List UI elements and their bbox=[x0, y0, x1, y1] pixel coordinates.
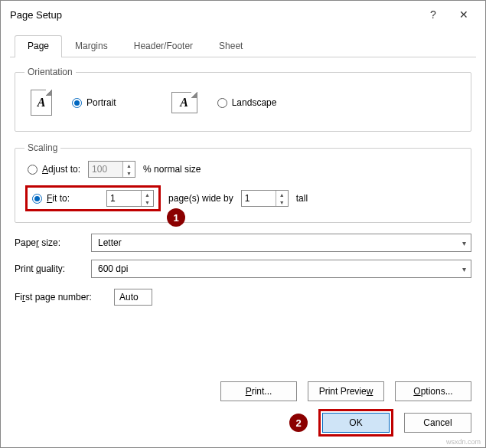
landscape-label: Landscape bbox=[232, 97, 277, 108]
portrait-label: Portrait bbox=[86, 97, 116, 108]
fit-mid-label: page(s) wide by bbox=[168, 193, 233, 204]
tab-headerfooter[interactable]: Header/Footer bbox=[121, 35, 206, 57]
orientation-group: Orientation A Portrait A Landscape bbox=[15, 67, 471, 132]
print-quality-select[interactable]: 600 dpi ▾ bbox=[91, 260, 471, 278]
fit-tall-suffix: tall bbox=[296, 193, 308, 204]
print-quality-row: Print quality: 600 dpi ▾ bbox=[15, 260, 471, 278]
print-button[interactable]: Print... bbox=[220, 381, 297, 401]
spinner-buttons[interactable]: ▲▼ bbox=[276, 191, 288, 206]
paper-size-label: Paper size: bbox=[15, 237, 83, 248]
callout-2: 2 bbox=[289, 414, 308, 432]
paper-size-row: Paper size: Letter ▾ bbox=[15, 234, 471, 252]
ok-button[interactable]: OK bbox=[322, 413, 390, 433]
orientation-legend: Orientation bbox=[24, 67, 76, 77]
radio-indicator-checked-icon bbox=[72, 98, 82, 108]
landscape-page-icon: A bbox=[171, 92, 197, 113]
tab-sheet[interactable]: Sheet bbox=[206, 35, 256, 57]
fit-wide-value[interactable] bbox=[107, 191, 141, 206]
fit-to-radio[interactable]: Fit to: bbox=[32, 193, 70, 204]
adjust-to-spinner[interactable]: ▲▼ bbox=[88, 161, 135, 178]
fit-to-label: Fit to: bbox=[47, 193, 70, 204]
portrait-radio[interactable]: Portrait bbox=[72, 97, 116, 108]
dialog-buttons: 2 OK Cancel bbox=[289, 409, 471, 437]
first-page-row: First page number: bbox=[15, 289, 471, 306]
tab-margins[interactable]: Margins bbox=[62, 35, 121, 57]
adjust-to-label: Adjust to: bbox=[42, 164, 80, 175]
scaling-legend: Scaling bbox=[24, 142, 60, 153]
first-page-input[interactable] bbox=[114, 289, 152, 306]
spinner-buttons[interactable]: ▲▼ bbox=[141, 191, 153, 206]
fit-tall-spinner[interactable]: ▲▼ bbox=[241, 190, 289, 207]
portrait-page-icon: A bbox=[31, 90, 52, 116]
spinner-buttons[interactable]: ▲▼ bbox=[122, 162, 135, 177]
chevron-down-icon: ▾ bbox=[462, 265, 466, 273]
adjust-to-suffix: % normal size bbox=[143, 164, 201, 175]
print-quality-label: Print quality: bbox=[15, 263, 83, 274]
cancel-button[interactable]: Cancel bbox=[404, 413, 471, 433]
footer-buttons: Print... Print Preview Options... bbox=[220, 381, 471, 401]
dialog-title: Page Setup bbox=[10, 9, 418, 21]
paper-size-select[interactable]: Letter ▾ bbox=[91, 234, 471, 252]
radio-indicator-icon bbox=[28, 165, 38, 175]
print-preview-button[interactable]: Print Preview bbox=[308, 381, 384, 401]
titlebar: Page Setup ? ✕ bbox=[1, 1, 485, 28]
paper-size-value: Letter bbox=[98, 237, 122, 248]
radio-indicator-checked-icon bbox=[32, 194, 42, 204]
adjust-to-value[interactable] bbox=[89, 162, 122, 177]
help-button[interactable]: ? bbox=[418, 4, 448, 25]
tab-panel-page: Orientation A Portrait A Landscape Scali… bbox=[1, 57, 485, 322]
first-page-label: First page number: bbox=[15, 292, 106, 302]
callout-1: 1 bbox=[167, 208, 185, 227]
print-quality-value: 600 dpi bbox=[98, 263, 128, 274]
chevron-down-icon: ▾ bbox=[462, 239, 466, 247]
scaling-group: Scaling Adjust to: ▲▼ % normal size Fit … bbox=[15, 142, 471, 223]
fit-wide-spinner[interactable]: ▲▼ bbox=[106, 190, 154, 207]
ok-highlight: OK bbox=[318, 409, 393, 437]
tab-strip: Page Margins Header/Footer Sheet bbox=[10, 34, 476, 57]
fit-to-highlight: Fit to: ▲▼ bbox=[25, 185, 161, 211]
landscape-radio[interactable]: Landscape bbox=[217, 97, 277, 108]
adjust-to-radio[interactable]: Adjust to: bbox=[28, 164, 80, 175]
close-button[interactable]: ✕ bbox=[448, 4, 479, 25]
radio-indicator-icon bbox=[217, 98, 227, 108]
watermark: wsxdn.com bbox=[446, 438, 481, 446]
options-button[interactable]: Options... bbox=[395, 381, 471, 401]
fit-tall-value[interactable] bbox=[242, 191, 276, 206]
tab-page[interactable]: Page bbox=[15, 35, 62, 57]
